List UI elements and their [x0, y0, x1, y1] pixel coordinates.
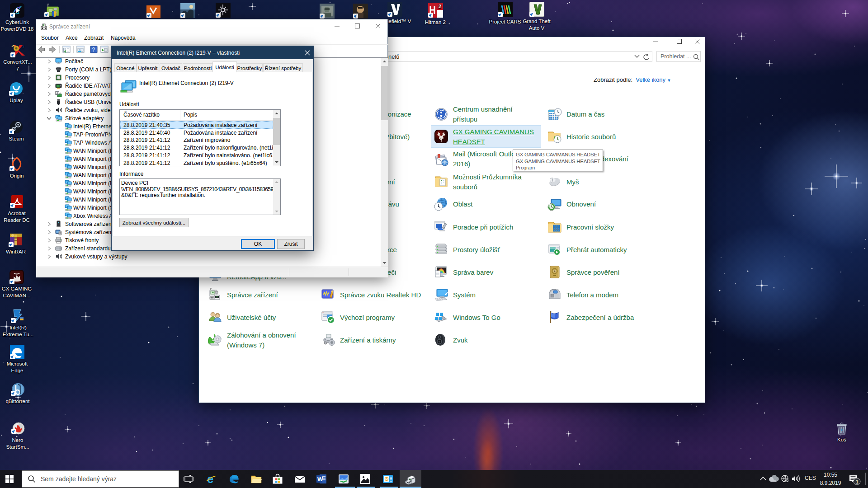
svg-text:7: 7 — [22, 45, 24, 49]
svg-text:W: W — [317, 476, 323, 483]
svg-text:1: 1 — [856, 479, 859, 484]
svg-text:?: ? — [92, 47, 95, 53]
svg-text:2: 2 — [439, 4, 441, 9]
svg-text:e: e — [207, 474, 213, 484]
